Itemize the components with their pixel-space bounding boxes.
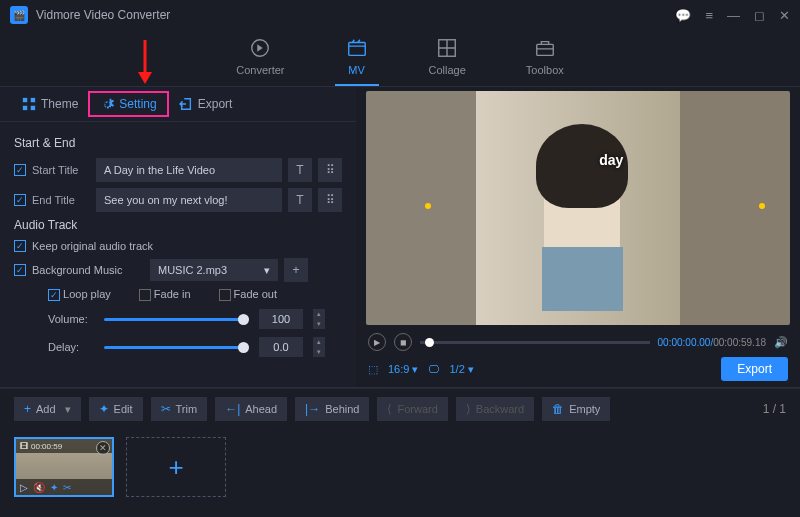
- edit-button[interactable]: ✦Edit: [89, 397, 143, 421]
- plus-icon: +: [24, 402, 31, 416]
- main-tabs: Converter MV Collage Toolbox: [0, 30, 800, 86]
- keep-audio-checkbox[interactable]: ✓: [14, 240, 26, 252]
- overlay-text: day: [599, 152, 623, 168]
- font-button-2[interactable]: T: [288, 188, 312, 212]
- backward-button[interactable]: ⟩Backward: [456, 397, 534, 421]
- expand-button[interactable]: ⠿: [318, 158, 342, 182]
- delay-slider[interactable]: [104, 346, 249, 349]
- gear-icon: [100, 97, 114, 111]
- mv-icon: [345, 36, 369, 60]
- export-button[interactable]: Export: [721, 357, 788, 381]
- delay-up[interactable]: ▴: [313, 337, 325, 347]
- titlebar: 🎬 Vidmore Video Converter 💬 ≡ — ◻ ✕: [0, 0, 800, 30]
- clip-play-icon[interactable]: ▷: [20, 482, 28, 493]
- bgmusic-select[interactable]: MUSIC 2.mp3 ▾: [150, 259, 278, 281]
- timeline: 🎞00:00:59 ✕ ▷ 🔇 ✦ ✂ +: [0, 429, 800, 511]
- maximize-icon[interactable]: ◻: [754, 8, 765, 23]
- wand-icon: ✦: [99, 402, 109, 416]
- trim-button[interactable]: ✂Trim: [151, 397, 208, 421]
- app-title: Vidmore Video Converter: [36, 8, 675, 22]
- section-audio: Audio Track: [14, 218, 342, 232]
- ahead-icon: ←|: [225, 402, 240, 416]
- tab-converter[interactable]: Converter: [226, 36, 294, 86]
- theme-icon: [22, 97, 36, 111]
- progress-bar[interactable]: [420, 341, 650, 344]
- font-button[interactable]: T: [288, 158, 312, 182]
- volume-label: Volume:: [48, 313, 94, 325]
- end-title-label: End Title: [32, 194, 90, 206]
- bgmusic-checkbox[interactable]: ✓: [14, 264, 26, 276]
- toolbar: +Add▾ ✦Edit ✂Trim ←|Ahead |→Behind ⟨Forw…: [0, 388, 800, 429]
- menu-icon[interactable]: ≡: [705, 8, 713, 23]
- trash-icon: 🗑: [552, 402, 564, 416]
- minimize-icon[interactable]: —: [727, 8, 740, 23]
- subtab-theme[interactable]: Theme: [12, 93, 88, 115]
- clip-star-icon[interactable]: ✦: [50, 482, 58, 493]
- clip-mute-icon[interactable]: 🔇: [33, 482, 45, 493]
- svg-rect-7: [31, 106, 35, 110]
- end-title-input[interactable]: [96, 188, 282, 212]
- tab-mv[interactable]: MV: [335, 36, 379, 86]
- zoom-select[interactable]: 1/2 ▾: [449, 363, 473, 376]
- preview-video[interactable]: day: [366, 91, 790, 325]
- svg-rect-3: [537, 44, 554, 55]
- add-clip-button[interactable]: +: [126, 437, 226, 497]
- svg-rect-5: [31, 98, 35, 102]
- clip-trim-icon[interactable]: ✂: [63, 482, 71, 493]
- preview-panel: day ▶ ◼ 00:00:00.00/00:00:59.18 🔊 ⬚ 16:9…: [356, 87, 800, 387]
- film-icon: 🎞: [20, 442, 28, 451]
- svg-rect-1: [348, 43, 365, 56]
- tab-toolbox[interactable]: Toolbox: [516, 36, 574, 86]
- scissors-icon: ✂: [161, 402, 171, 416]
- add-music-button[interactable]: +: [284, 258, 308, 282]
- delay-down[interactable]: ▾: [313, 347, 325, 357]
- collage-icon: [435, 36, 459, 60]
- volume-value[interactable]: 100: [259, 309, 303, 329]
- page-indicator: 1 / 1: [763, 402, 786, 416]
- tab-collage[interactable]: Collage: [419, 36, 476, 86]
- aspect-select[interactable]: 16:9 ▾: [388, 363, 418, 376]
- fadeout-checkbox[interactable]: ✓: [219, 289, 231, 301]
- clip-remove-button[interactable]: ✕: [96, 441, 110, 455]
- expand-button-2[interactable]: ⠿: [318, 188, 342, 212]
- volume-up[interactable]: ▴: [313, 309, 325, 319]
- empty-button[interactable]: 🗑Empty: [542, 397, 610, 421]
- subtab-setting[interactable]: Setting: [88, 91, 168, 117]
- delay-label: Delay:: [48, 341, 94, 353]
- subtab-export[interactable]: Export: [169, 93, 243, 115]
- start-title-checkbox[interactable]: ✓: [14, 164, 26, 176]
- ahead-button[interactable]: ←|Ahead: [215, 397, 287, 421]
- stop-button[interactable]: ◼: [394, 333, 412, 351]
- forward-button[interactable]: ⟨Forward: [377, 397, 447, 421]
- svg-rect-6: [23, 106, 27, 110]
- converter-icon: [248, 36, 272, 60]
- svg-rect-4: [23, 98, 27, 102]
- delay-value[interactable]: 0.0: [259, 337, 303, 357]
- bgmusic-label: Background Music: [32, 264, 144, 276]
- behind-button[interactable]: |→Behind: [295, 397, 369, 421]
- display-icon: 🖵: [428, 363, 439, 375]
- close-icon[interactable]: ✕: [779, 8, 790, 23]
- fadein-checkbox[interactable]: ✓: [139, 289, 151, 301]
- end-title-checkbox[interactable]: ✓: [14, 194, 26, 206]
- chevron-down-icon: ▾: [264, 264, 270, 277]
- play-button[interactable]: ▶: [368, 333, 386, 351]
- volume-slider[interactable]: [104, 318, 249, 321]
- loop-checkbox[interactable]: ✓: [48, 289, 60, 301]
- volume-down[interactable]: ▾: [313, 319, 325, 329]
- keep-audio-label: Keep original audio track: [32, 240, 153, 252]
- start-title-input[interactable]: [96, 158, 282, 182]
- add-button[interactable]: +Add▾: [14, 397, 81, 421]
- aspect-icon: ⬚: [368, 363, 378, 376]
- feedback-icon[interactable]: 💬: [675, 8, 691, 23]
- app-logo: 🎬: [10, 6, 28, 24]
- behind-icon: |→: [305, 402, 320, 416]
- start-title-label: Start Title: [32, 164, 90, 176]
- export-icon: [179, 97, 193, 111]
- time-display: 00:00:00.00/00:00:59.18: [658, 337, 766, 348]
- settings-panel: Theme Setting Export Start & End ✓ Start…: [0, 87, 356, 387]
- volume-icon[interactable]: 🔊: [774, 336, 788, 349]
- toolbox-icon: [533, 36, 557, 60]
- clip-thumbnail[interactable]: 🎞00:00:59 ✕ ▷ 🔇 ✦ ✂: [14, 437, 114, 497]
- section-start-end: Start & End: [14, 136, 342, 150]
